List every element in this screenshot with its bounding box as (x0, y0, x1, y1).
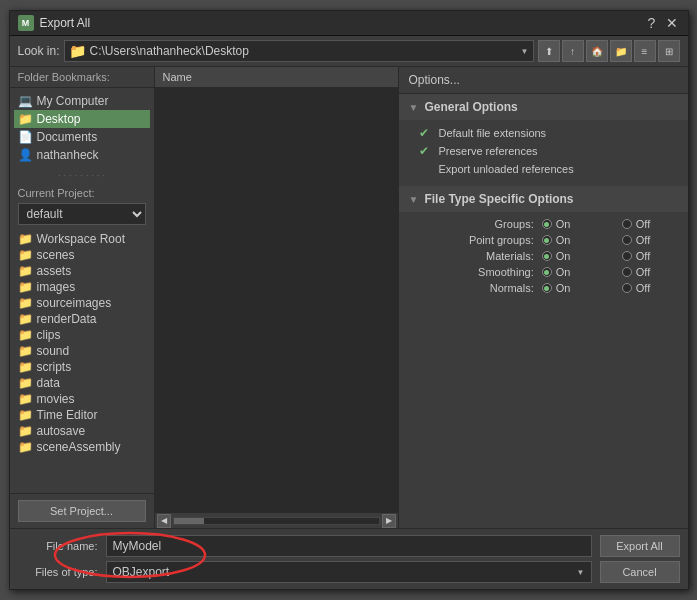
normals-off-radio-dot[interactable] (622, 283, 632, 293)
project-item-clips[interactable]: 📁 clips (14, 327, 150, 343)
detail-view-button[interactable]: ⊞ (658, 40, 680, 62)
groups-on-radio-dot[interactable] (542, 219, 552, 229)
horizontal-scrollbar[interactable]: ◀ ▶ (155, 512, 398, 528)
point-groups-off-radio-dot[interactable] (622, 235, 632, 245)
close-button[interactable]: ✕ (664, 15, 680, 31)
project-item-sceneassembly[interactable]: 📁 sceneAssembly (14, 439, 150, 455)
dropdown-arrow-icon: ▼ (521, 47, 529, 56)
set-project-button[interactable]: Set Project... (18, 500, 146, 522)
smoothing-on-radio[interactable]: On (542, 266, 594, 278)
center-panel: Name ◀ ▶ (155, 67, 398, 528)
bookmark-my-computer-label: My Computer (37, 94, 109, 108)
sound-folder-icon: 📁 (18, 344, 33, 358)
file-list-area[interactable] (155, 88, 398, 512)
project-item-autosave[interactable]: 📁 autosave (14, 423, 150, 439)
file-type-options-header[interactable]: ▼ File Type Specific Options (399, 186, 688, 212)
groups-on-label: On (556, 218, 571, 230)
normals-off-radio[interactable]: Off (622, 282, 674, 294)
project-item-workspace[interactable]: 📁 Workspace Root (14, 231, 150, 247)
sceneassembly-folder-icon: 📁 (18, 440, 33, 454)
materials-on-radio[interactable]: On (542, 250, 594, 262)
groups-on-radio[interactable]: On (542, 218, 594, 230)
current-project-label: Current Project: (10, 183, 154, 201)
project-dropdown[interactable]: default (18, 203, 146, 225)
images-folder-icon: 📁 (18, 280, 33, 294)
project-item-assets[interactable]: 📁 assets (14, 263, 150, 279)
my-computer-icon: 💻 (18, 94, 33, 108)
movies-folder-icon: 📁 (18, 392, 33, 406)
export-all-button[interactable]: Export All (600, 535, 680, 557)
smoothing-on-radio-dot[interactable] (542, 267, 552, 277)
look-in-dropdown[interactable]: 📁 C:\Users\nathanheck\Desktop ▼ (64, 40, 534, 62)
help-button[interactable]: ? (644, 15, 660, 31)
project-item-timeeditor[interactable]: 📁 Time Editor (14, 407, 150, 423)
project-item-sound-label: sound (37, 344, 70, 358)
cancel-button[interactable]: Cancel (600, 561, 680, 583)
normals-on-radio-dot[interactable] (542, 283, 552, 293)
project-item-scripts[interactable]: 📁 scripts (14, 359, 150, 375)
smoothing-on-cell: On (538, 264, 598, 280)
project-item-autosave-label: autosave (37, 424, 86, 438)
file-type-options-title: File Type Specific Options (424, 192, 573, 206)
bookmark-documents[interactable]: 📄 Documents (14, 128, 150, 146)
materials-off-radio[interactable]: Off (622, 250, 674, 262)
checkbox-export-unloaded-label: Export unloaded references (439, 163, 574, 175)
checkbox-preserve-references[interactable]: ✔ Preserve references (419, 142, 678, 160)
project-item-sourceimages[interactable]: 📁 sourceimages (14, 295, 150, 311)
checkbox-default-extensions[interactable]: ✔ Default file extensions (419, 124, 678, 142)
bottom-rows-wrapper: File name: Files of type: OBJexport ▼ Ex… (18, 535, 680, 583)
bookmark-desktop[interactable]: 📁 Desktop (14, 110, 150, 128)
project-item-workspace-label: Workspace Root (37, 232, 125, 246)
bottom-bar: File name: Files of type: OBJexport ▼ Ex… (10, 528, 688, 589)
timeeditor-folder-icon: 📁 (18, 408, 33, 422)
files-of-type-dropdown[interactable]: OBJexport ▼ (106, 561, 592, 583)
scroll-track[interactable] (173, 517, 380, 525)
groups-row: Groups: On Off (419, 216, 678, 232)
main-content: Folder Bookmarks: 💻 My Computer 📁 Deskto… (10, 67, 688, 528)
normals-on-label: On (556, 282, 571, 294)
nav-up-button[interactable]: ↑ (562, 40, 584, 62)
general-options-header[interactable]: ▼ General Options (399, 94, 688, 120)
project-item-sound[interactable]: 📁 sound (14, 343, 150, 359)
project-item-scenes[interactable]: 📁 scenes (14, 247, 150, 263)
scroll-right-button[interactable]: ▶ (382, 514, 396, 528)
project-item-renderdata[interactable]: 📁 renderData (14, 311, 150, 327)
point-groups-on-radio-dot[interactable] (542, 235, 552, 245)
materials-on-radio-dot[interactable] (542, 251, 552, 261)
scroll-left-button[interactable]: ◀ (157, 514, 171, 528)
export-all-dialog: M Export All ? ✕ Look in: 📁 C:\Users\nat… (9, 10, 689, 590)
point-groups-off-label: Off (636, 234, 650, 246)
renderdata-folder-icon: 📁 (18, 312, 33, 326)
project-item-images[interactable]: 📁 images (14, 279, 150, 295)
smoothing-off-radio[interactable]: Off (622, 266, 674, 278)
home-button[interactable]: 🏠 (586, 40, 608, 62)
bookmark-user[interactable]: 👤 nathanheck (14, 146, 150, 164)
new-folder-button[interactable]: 📁 (610, 40, 632, 62)
materials-off-label: Off (636, 250, 650, 262)
materials-off-radio-dot[interactable] (622, 251, 632, 261)
groups-off-radio-dot[interactable] (622, 219, 632, 229)
project-item-movies[interactable]: 📁 movies (14, 391, 150, 407)
normals-row: Normals: On Off (419, 280, 678, 296)
checkbox-export-unloaded[interactable]: ✔ Export unloaded references (419, 160, 678, 178)
project-file-list: 📁 Workspace Root 📁 scenes 📁 assets 📁 ima… (10, 227, 154, 493)
scroll-thumb[interactable] (174, 518, 204, 524)
file-name-input[interactable] (106, 535, 592, 557)
file-type-options-arrow-icon: ▼ (409, 194, 419, 205)
smoothing-label: Smoothing: (419, 264, 538, 280)
bottom-actions: Export All Cancel (600, 535, 680, 583)
point-groups-on-radio[interactable]: On (542, 234, 594, 246)
point-groups-off-radio[interactable]: Off (622, 234, 674, 246)
bookmark-my-computer[interactable]: 💻 My Computer (14, 92, 150, 110)
project-item-data-label: data (37, 376, 60, 390)
project-item-data[interactable]: 📁 data (14, 375, 150, 391)
groups-label: Groups: (419, 216, 538, 232)
groups-off-radio[interactable]: Off (622, 218, 674, 230)
left-panel: Folder Bookmarks: 💻 My Computer 📁 Deskto… (10, 67, 155, 528)
smoothing-off-radio-dot[interactable] (622, 267, 632, 277)
smoothing-row: Smoothing: On O (419, 264, 678, 280)
normals-on-radio[interactable]: On (542, 282, 594, 294)
nav-up-up-button[interactable]: ⬆ (538, 40, 560, 62)
list-view-button[interactable]: ≡ (634, 40, 656, 62)
title-controls: ? ✕ (644, 15, 680, 31)
